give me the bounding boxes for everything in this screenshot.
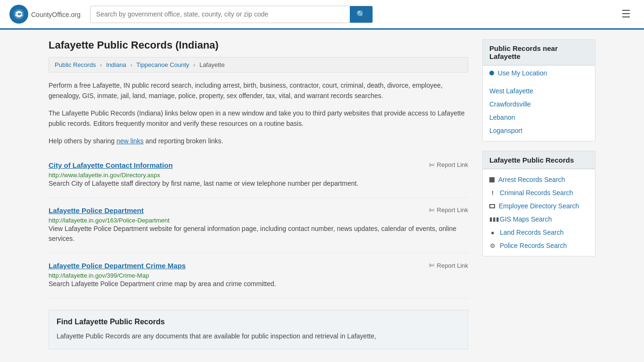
description-1: Perform a free Lafayette, IN public reco…: [49, 80, 468, 101]
record-title-1[interactable]: Lafayette Police Department: [49, 206, 144, 214]
scissor-icon-1: ✄: [429, 206, 435, 214]
nearby-item-2: Lebanon: [483, 111, 595, 124]
employee-icon: [489, 204, 495, 208]
records-list: Arrest Records Search ! Criminal Records…: [483, 169, 595, 256]
record-desc-0: Search City of Lafayette staff directory…: [49, 179, 468, 189]
land-icon: ●: [489, 229, 496, 236]
records-item-1: ! Criminal Records Search: [483, 186, 595, 199]
criminal-icon: !: [489, 189, 496, 197]
nearby-link-0[interactable]: West Lafayette: [489, 87, 533, 95]
main-content: Lafayette Public Records (Indiana) Publi…: [49, 39, 468, 349]
report-link-1[interactable]: ✄ Report Link: [429, 206, 468, 214]
search-bar: 🔍: [90, 6, 373, 23]
record-desc-2: Search Lafayette Police Department crime…: [49, 279, 468, 289]
sidebar-nearby-box: Public Records near Lafayette Use My Loc…: [482, 39, 595, 141]
description-3: Help others by sharing new links and rep…: [49, 136, 468, 146]
records-link-1[interactable]: Criminal Records Search: [500, 189, 573, 197]
record-url-2[interactable]: http://lafayette.in.gov/399/Crime-Map: [49, 272, 149, 279]
nearby-list: West Lafayette Crawfordsville Lebanon Lo…: [483, 81, 595, 141]
sidebar: Public Records near Lafayette Use My Loc…: [482, 39, 595, 349]
find-section: Find Lafayette Public Records Lafayette …: [49, 310, 468, 349]
records-link-2[interactable]: Employee Directory Search: [499, 202, 579, 210]
breadcrumb-public-records[interactable]: Public Records: [55, 61, 96, 68]
arrest-icon: [489, 177, 495, 182]
report-link-2[interactable]: ✄ Report Link: [429, 262, 468, 269]
page-title: Lafayette Public Records (Indiana): [49, 39, 468, 51]
records-link-3[interactable]: GIS Maps Search: [500, 215, 552, 223]
records-item-2: Employee Directory Search: [483, 199, 595, 213]
records-link-4[interactable]: Land Records Search: [500, 229, 563, 236]
nearby-item-3: Logansport: [483, 124, 595, 137]
header: C CountyOffice.org 🔍 ☰: [0, 0, 644, 30]
nearby-link-2[interactable]: Lebanon: [489, 114, 515, 121]
sidebar-records-title: Lafayette Public Records: [483, 151, 595, 169]
record-entry-0: City of Lafayette Contact Information ✄ …: [49, 153, 468, 198]
sidebar-nearby-title: Public Records near Lafayette: [483, 40, 595, 66]
search-input[interactable]: [91, 6, 350, 23]
breadcrumb-current: Lafayette: [199, 61, 225, 68]
nearby-item-0: West Lafayette: [483, 84, 595, 98]
breadcrumb: Public Records › Indiana › Tippecanoe Co…: [49, 57, 468, 73]
breadcrumb-tippecanoe[interactable]: Tippecanoe County: [136, 61, 189, 68]
menu-button[interactable]: ☰: [618, 6, 635, 22]
gis-icon: ▮▮▮: [489, 216, 496, 222]
nearby-link-3[interactable]: Logansport: [489, 127, 522, 134]
records-item-3: ▮▮▮ GIS Maps Search: [483, 213, 595, 226]
report-link-0[interactable]: ✄ Report Link: [429, 161, 468, 169]
nearby-item-1: Crawfordsville: [483, 98, 595, 111]
location-icon: [489, 71, 494, 75]
find-title: Find Lafayette Public Records: [57, 318, 460, 326]
record-title-2[interactable]: Lafayette Police Department Crime Maps: [49, 262, 186, 270]
records-item-0: Arrest Records Search: [483, 173, 595, 186]
record-url-1[interactable]: http://lafayette.in.gov/163/Police-Depar…: [49, 217, 170, 224]
sidebar-records-box: Lafayette Public Records Arrest Records …: [482, 151, 595, 256]
breadcrumb-indiana[interactable]: Indiana: [106, 61, 126, 68]
record-title-0[interactable]: City of Lafayette Contact Information: [49, 161, 173, 169]
page-wrapper: Lafayette Public Records (Indiana) Publi…: [39, 30, 605, 359]
police-icon: ⚙: [489, 242, 496, 249]
logo-text: CountyOffice.org: [31, 9, 81, 19]
find-desc: Lafayette Public Records are any documen…: [57, 331, 460, 341]
search-button[interactable]: 🔍: [350, 6, 372, 23]
scissor-icon-0: ✄: [429, 161, 435, 169]
new-links[interactable]: new links: [116, 137, 144, 145]
record-entry-2: Lafayette Police Department Crime Maps ✄…: [49, 253, 468, 298]
logo-icon: C: [9, 5, 28, 24]
description-2: The Lafayette Public Records (Indiana) l…: [49, 108, 468, 129]
records-link-0[interactable]: Arrest Records Search: [498, 176, 565, 183]
record-desc-1: View Lafayette Police Department website…: [49, 224, 468, 244]
header-right: ☰: [618, 6, 635, 22]
scissor-icon-2: ✄: [429, 262, 435, 269]
record-header-1: Lafayette Police Department ✄ Report Lin…: [49, 206, 468, 214]
record-header-2: Lafayette Police Department Crime Maps ✄…: [49, 262, 468, 270]
nearby-link-1[interactable]: Crawfordsville: [489, 100, 531, 108]
record-url-0[interactable]: http://www.lafayette.in.gov/Directory.as…: [49, 172, 160, 179]
record-entry-1: Lafayette Police Department ✄ Report Lin…: [49, 198, 468, 253]
use-my-location[interactable]: Use My Location: [483, 66, 595, 81]
records-item-5: ⚙ Police Records Search: [483, 239, 595, 252]
record-header-0: City of Lafayette Contact Information ✄ …: [49, 161, 468, 169]
records-link-5[interactable]: Police Records Search: [500, 242, 567, 249]
records-item-4: ● Land Records Search: [483, 226, 595, 239]
logo-link[interactable]: C CountyOffice.org: [9, 5, 81, 24]
